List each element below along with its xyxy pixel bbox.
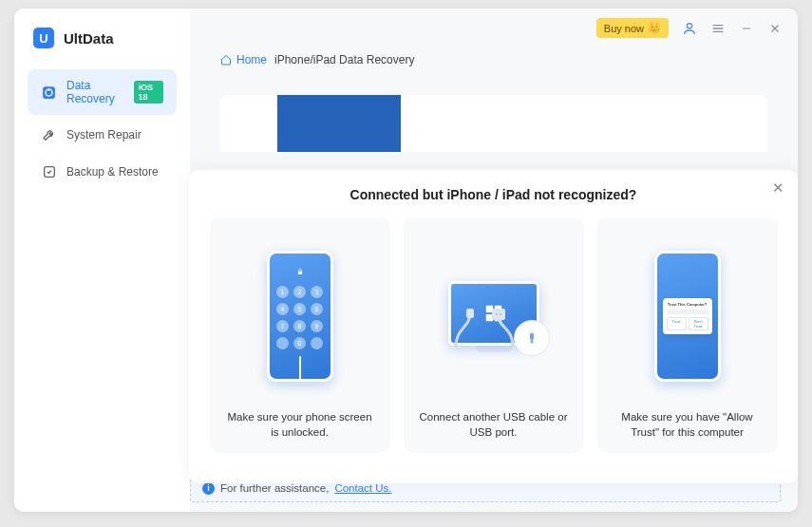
app-window: U UltData Data Recovery iOS 18 System Re… [14,9,798,512]
troubleshoot-modal: ✕ Connected but iPhone / iPad not recogn… [189,170,798,483]
breadcrumb-current: iPhone/iPad Data Recovery [274,53,414,66]
modal-close-button[interactable]: ✕ [772,179,784,197]
card-caption: Make sure you have "Allow Trust" for thi… [607,409,768,440]
lock-icon [295,267,305,276]
logo-icon: U [33,28,54,48]
card-allow-trust: Trust This Computer? Trust Don't Trust M… [597,217,778,453]
sidebar-item-data-recovery[interactable]: Data Recovery iOS 18 [28,69,177,115]
home-icon [220,54,232,66]
sidebar: U UltData Data Recovery iOS 18 System Re… [14,9,190,512]
svg-rect-4 [297,272,301,274]
breadcrumb: Home iPhone/iPad Data Recovery [190,47,798,72]
sidebar-item-backup-restore[interactable]: Backup & Restore [28,154,177,189]
ios-badge: iOS 18 [134,81,163,104]
sidebar-item-label: Backup & Restore [66,165,159,179]
selected-tab-bg [277,95,401,152]
app-name: UltData [64,30,114,47]
main-area: Buy now 👑 Home iPhone/iPad Data Recovery [190,9,798,512]
menu-icon[interactable] [710,21,726,36]
wrench-icon [41,126,57,142]
footer-text: For further assistance, [220,482,329,494]
modal-title: Connected but iPhone / iPad not recogniz… [212,187,775,202]
card-unlock-screen: 123 456 789 0 Make sure your phone scree… [210,217,390,453]
card-caption: Make sure your phone screen is unlocked. [219,409,381,440]
info-icon: i [202,482,215,495]
buy-now-button[interactable]: Buy now 👑 [596,18,669,38]
breadcrumb-home[interactable]: Home [220,53,267,66]
unlock-illustration: 123 456 789 0 [219,231,381,402]
svg-point-14 [500,313,501,315]
card-usb-cable: Connect another USB cable or USB port. [404,217,584,453]
dont-trust-button: Don't Trust [689,317,708,330]
cards-row: 123 456 789 0 Make sure your phone scree… [212,217,775,453]
svg-point-3 [687,23,691,28]
svg-point-13 [496,313,498,315]
crown-icon: 👑 [648,22,661,34]
data-recovery-icon [41,85,57,101]
minimize-icon[interactable] [739,21,754,36]
close-icon[interactable] [767,21,783,36]
background-panel [220,95,767,152]
svg-rect-12 [492,309,505,320]
titlebar: Buy now 👑 [190,9,798,47]
sidebar-item-system-repair[interactable]: System Repair [28,117,177,152]
sidebar-item-label: Data Recovery [66,79,124,105]
keypad: 123 456 789 0 [276,286,323,349]
svg-rect-11 [466,309,474,318]
usb-illustration [413,231,575,402]
svg-rect-0 [43,86,55,99]
breadcrumb-home-label: Home [236,53,267,66]
trust-dialog-title: Trust This Computer? [667,302,708,307]
trust-button: Trust [667,317,687,330]
contact-us-link[interactable]: Contact Us. [334,482,391,494]
logo: U UltData [14,28,190,67]
card-caption: Connect another USB cable or USB port. [413,409,575,440]
trust-dialog: Trust This Computer? Trust Don't Trust [663,298,712,334]
backup-icon [41,163,57,179]
buy-label: Buy now [604,23,644,34]
cables-icon [437,309,551,347]
trust-illustration: Trust This Computer? Trust Don't Trust [607,231,768,402]
sidebar-item-label: System Repair [66,128,142,141]
user-icon[interactable] [682,21,697,36]
